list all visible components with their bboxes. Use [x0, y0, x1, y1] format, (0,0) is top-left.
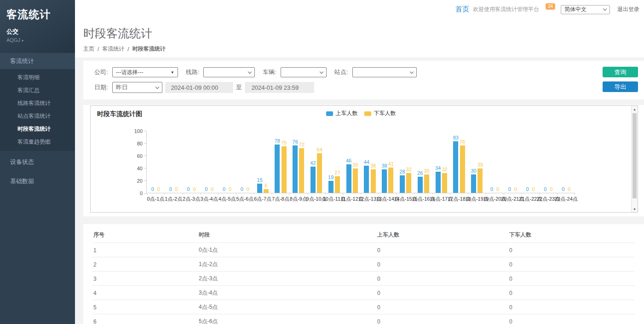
- scrollbar-down-icon[interactable]: ▼: [632, 206, 638, 212]
- bar-column: 72: [299, 131, 305, 193]
- bar-value-label: 0: [508, 186, 511, 192]
- bar-value-label: 0: [532, 186, 535, 192]
- bar-group: 00: [218, 131, 236, 193]
- bar-group: 4438: [361, 131, 379, 193]
- breadcrumb-home[interactable]: 主页: [83, 45, 94, 53]
- company-select[interactable]: ---请选择---▼: [112, 67, 178, 77]
- scrollbar-thumb[interactable]: [632, 113, 637, 198]
- x-axis-category-text: 5点-6点: [236, 196, 253, 202]
- sidebar-section-1[interactable]: 客流统计: [0, 53, 75, 69]
- y-axis-label: 80: [129, 141, 143, 146]
- station-label: 站点:: [334, 68, 348, 76]
- bar-value-label: 78: [275, 138, 280, 144]
- bar: [264, 189, 269, 193]
- chart-scrollbar: ▲ ▼: [631, 106, 638, 212]
- table-header-cell: 序号: [92, 227, 198, 243]
- chart-box: 时段车流统计图 上车人数下车人数 00000000000015678757672…: [83, 105, 644, 216]
- x-axis-category-text: 1点-2点: [165, 196, 182, 202]
- bar-group: 2832: [397, 131, 414, 193]
- app-root: 客流统计 公交 AQGJ▾ 客流统计客流明细客流汇总线路客流统计站点客流统计时段…: [0, 0, 644, 324]
- table-header-cell: 时段: [198, 227, 376, 243]
- bar-column: 0: [210, 131, 215, 193]
- scrollbar-up-icon[interactable]: ▲: [632, 106, 638, 112]
- bar-value-label: 38: [382, 163, 387, 168]
- bar-column: 64: [317, 131, 322, 193]
- bar-group: 00: [165, 131, 183, 193]
- sidebar-section-2[interactable]: 设备状态: [0, 153, 75, 170]
- sidebar-item[interactable]: 时段客流统计: [0, 123, 75, 136]
- bar-value-label: 0: [205, 186, 207, 192]
- date-preset-select[interactable]: 昨日: [112, 82, 162, 93]
- table-row: 10点-1点00: [92, 243, 635, 257]
- table-cell: 1点-2点: [198, 257, 376, 272]
- table-cell: 0: [376, 300, 508, 314]
- bar-value-label: 75: [281, 140, 287, 145]
- breadcrumb-section[interactable]: 客流统计: [102, 45, 124, 53]
- x-axis-category-text: 7点-8点: [272, 196, 289, 202]
- bar-group: 156: [254, 131, 272, 193]
- org-code-dropdown[interactable]: AQGJ▾: [6, 37, 69, 43]
- query-button[interactable]: 查询: [603, 67, 638, 77]
- bar-column: 76: [293, 131, 298, 193]
- bar-column: 34: [435, 131, 441, 193]
- bar-value-label: 0: [187, 186, 190, 192]
- bar-value-label: 0: [544, 186, 546, 192]
- date-to-input[interactable]: 2024-01-09 23:59: [246, 82, 314, 93]
- bar-group: 00: [522, 131, 540, 193]
- table-row: 54点-5点00: [92, 300, 635, 314]
- bar: [388, 168, 393, 193]
- line-select[interactable]: [203, 67, 255, 77]
- home-link[interactable]: 首页: [455, 5, 469, 14]
- x-axis-ticks: [147, 193, 575, 195]
- x-axis-category-text: 3点-4点: [201, 196, 218, 202]
- x-axis-category: 5点-6点: [236, 196, 254, 202]
- export-button[interactable]: 导出: [603, 81, 638, 92]
- chevron-down-icon: [248, 69, 252, 73]
- sidebar-brand: 客流统计 公交 AQGJ▾: [0, 0, 75, 53]
- bar: [442, 173, 447, 193]
- table-cell: 0: [376, 314, 508, 324]
- bar-column: 76: [460, 131, 465, 193]
- bar: [382, 169, 387, 193]
- date-from-input[interactable]: 2024-01-09 00:00: [165, 82, 232, 93]
- bar: [471, 174, 476, 193]
- sidebar-section-3[interactable]: 基础数据: [0, 173, 75, 190]
- bar-group: 00: [540, 131, 558, 193]
- sidebar-item[interactable]: 线路客流统计: [0, 97, 75, 110]
- bar-group: 7875: [272, 131, 290, 193]
- bar: [424, 174, 429, 193]
- bar-column: 75: [281, 131, 287, 193]
- bar-column: 0: [192, 131, 197, 193]
- legend-item[interactable]: 下车人数: [364, 110, 396, 117]
- sidebar-item[interactable]: 客流量趋势图: [0, 136, 75, 149]
- bar-group: 00: [147, 131, 165, 193]
- logout-link[interactable]: 退出登录: [617, 6, 639, 13]
- station-select[interactable]: [352, 67, 417, 77]
- language-select[interactable]: 简体中文: [561, 5, 610, 14]
- chart-plot: 0000000000001567875767242641927463944383…: [146, 131, 575, 193]
- sidebar-item[interactable]: 站点客流统计: [0, 110, 75, 123]
- bar: [335, 176, 340, 193]
- table-row: 43点-4点00: [92, 286, 635, 300]
- bar-value-label: 44: [364, 159, 369, 165]
- chevron-down-icon: [603, 7, 607, 11]
- sidebar-item[interactable]: 客流汇总: [0, 84, 75, 97]
- bar-value-label: 15: [257, 177, 263, 183]
- bar-group: 4639: [343, 131, 361, 193]
- table-cell: 0: [376, 243, 508, 257]
- bar-value-label: 19: [328, 174, 334, 180]
- bar-column: 78: [275, 131, 280, 193]
- legend-label: 上车人数: [336, 110, 358, 117]
- sidebar-item[interactable]: 客流明细: [0, 71, 75, 84]
- filter-panel: 公司: ---请选择---▼ 线路: 车辆: 站点:: [83, 61, 644, 99]
- table-cell: 0: [376, 272, 508, 286]
- vehicle-select[interactable]: [281, 67, 327, 77]
- table-panel: 序号时段上车人数下车人数 10点-1点0021点-2点0032点-3点0043点…: [83, 224, 644, 324]
- table-body: 10点-1点0021点-2点0032点-3点0043点-4点0054点-5点00…: [92, 243, 635, 324]
- bar-column: 46: [346, 131, 351, 193]
- bar-column: 30: [424, 131, 429, 193]
- bar-group: 00: [557, 131, 575, 193]
- legend-item[interactable]: 上车人数: [326, 110, 358, 117]
- bar: [353, 168, 358, 193]
- x-axis-category: 23点-24点: [557, 196, 575, 202]
